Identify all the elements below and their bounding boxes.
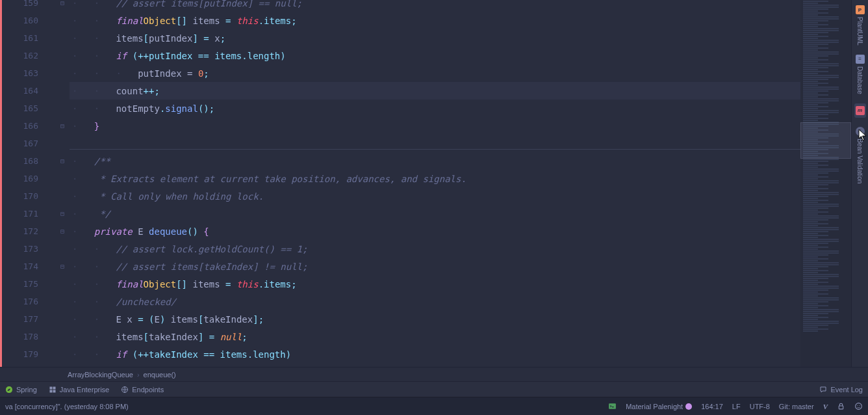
breadcrumb-bar[interactable]: ArrayBlockingQueue › enqueue()	[0, 367, 868, 381]
line-number[interactable]: 165	[23, 100, 38, 117]
minimap-line	[803, 120, 818, 121]
theme-dot-icon	[685, 403, 692, 410]
code-line[interactable]: · · // assert items[putIndex] == null;	[70, 0, 800, 12]
line-number[interactable]: 169	[23, 170, 38, 187]
code-line[interactable]: · · notEmpty.signal();	[70, 100, 800, 117]
fold-toggle-icon[interactable]: ⊟	[60, 122, 64, 129]
line-number[interactable]: 170	[23, 187, 38, 205]
line-number[interactable]: 175	[23, 275, 38, 293]
minimap-line	[803, 219, 828, 221]
minimap-line	[803, 188, 828, 189]
minimap-line	[803, 272, 818, 273]
tool-plantuml[interactable]: P PlantUML	[856, 5, 865, 46]
tool-database-label: Database	[856, 66, 863, 94]
line-number[interactable]: 171	[23, 205, 38, 222]
code-line[interactable]: · · // assert items[takeIndex] != null;	[70, 258, 800, 275]
tool-endpoints[interactable]: Endpoints	[121, 386, 164, 394]
minimap-line	[803, 73, 818, 74]
status-theme[interactable]: Material Palenight	[626, 403, 692, 410]
line-number[interactable]: 163	[23, 64, 38, 82]
grid-icon	[49, 386, 57, 394]
minimap-line	[803, 22, 818, 23]
line-number[interactable]: 178	[23, 328, 38, 345]
tool-event-log[interactable]: Event Log	[819, 386, 863, 394]
line-number[interactable]: 162	[23, 47, 38, 64]
minimap-line	[803, 280, 818, 281]
status-face[interactable]	[854, 402, 863, 410]
code-line[interactable]: · · /unchecked/	[70, 293, 800, 310]
tool-event-log-label: Event Log	[830, 386, 863, 394]
code-line[interactable]: · · E x = (E) items[takeIndex];	[70, 310, 800, 328]
line-number[interactable]: 167	[23, 135, 38, 152]
code-column[interactable]: · · // assert items[putIndex] == null;· …	[70, 0, 800, 367]
code-line[interactable]: · * Call only when holding lock.	[70, 187, 800, 205]
fold-toggle-icon[interactable]: ⊟	[60, 263, 64, 270]
status-v[interactable]: V	[823, 403, 828, 410]
minimap-line	[803, 260, 818, 261]
line-number[interactable]: 174	[23, 258, 38, 275]
tool-java-enterprise[interactable]: Java Enterprise	[49, 386, 109, 394]
tool-spring[interactable]: Spring	[5, 386, 37, 394]
status-line-ending[interactable]: LF	[732, 403, 741, 410]
minimap-line	[803, 315, 818, 316]
code-line[interactable]: · · items[putIndex] = x;	[70, 29, 800, 47]
minimap-line	[803, 254, 828, 256]
line-number[interactable]: 179	[23, 345, 38, 363]
code-line[interactable]: · */	[70, 205, 800, 222]
code-line[interactable]: · · count++;	[70, 82, 800, 100]
minimap-line	[803, 206, 839, 207]
fold-toggle-icon[interactable]: ⊟	[60, 0, 64, 7]
editor-area[interactable]: 1591601611621631641651661671681691701711…	[0, 0, 800, 367]
code-line[interactable]: · · · putIndex = 0;	[70, 64, 800, 82]
line-number[interactable]: 159	[23, 0, 38, 12]
fold-column[interactable]: ⊟⊟⊟⊟⊟⊟	[60, 0, 68, 367]
tool-m[interactable]: m	[854, 103, 866, 118]
minimap-line	[803, 305, 828, 306]
minimap-line	[803, 289, 828, 291]
line-number[interactable]: 168	[23, 152, 38, 170]
status-git[interactable]: Git: master	[779, 403, 814, 410]
code-line[interactable]: · · items[takeIndex] = null;	[70, 328, 800, 345]
code-line[interactable]: · · final Object[] items = this.items;	[70, 275, 800, 293]
breadcrumb-class[interactable]: ArrayBlockingQueue	[68, 371, 133, 379]
fold-toggle-icon[interactable]: ⊟	[60, 157, 64, 165]
minimap-viewport[interactable]	[800, 122, 851, 159]
code-line[interactable]: · /**	[70, 152, 800, 170]
svg-point-9	[860, 405, 860, 406]
status-caret[interactable]: 164:17	[701, 403, 723, 410]
tool-bean-validation[interactable]: ✓ Bean Validation	[856, 127, 865, 183]
line-number[interactable]: 160	[23, 12, 38, 29]
minimap-line	[803, 69, 818, 70]
line-number[interactable]: 161	[23, 29, 38, 47]
minimap-line	[803, 200, 828, 201]
code-line[interactable]: · * Extracts element at current take pos…	[70, 170, 800, 187]
code-line[interactable]: · · if (++putIndex == items.length)	[70, 47, 800, 64]
line-number[interactable]: 166	[23, 117, 38, 135]
fold-toggle-icon[interactable]: ⊟	[60, 210, 64, 217]
minimap-line	[803, 319, 818, 320]
minimap[interactable]	[800, 0, 851, 367]
tool-endpoints-label: Endpoints	[132, 386, 164, 394]
code-line[interactable]: · }	[70, 117, 800, 135]
fold-toggle-icon[interactable]: ⊟	[60, 228, 64, 235]
status-encoding[interactable]: UTF-8	[750, 403, 770, 410]
minimap-line	[803, 24, 828, 25]
minimap-line	[803, 92, 818, 94]
line-number[interactable]: 173	[23, 240, 38, 258]
code-line[interactable]: · · if (++takeIndex == items.length)	[70, 345, 800, 363]
code-line[interactable]: · private E dequeue() {	[70, 222, 800, 240]
code-line[interactable]: · · final Object[] items = this.items;	[70, 12, 800, 29]
breadcrumb-method[interactable]: enqueue()	[144, 371, 176, 379]
status-lock[interactable]	[837, 402, 845, 410]
status-terminal[interactable]	[608, 402, 617, 410]
minimap-line	[803, 182, 839, 183]
tool-database[interactable]: ≡ Database	[856, 55, 865, 94]
minimap-line	[803, 20, 828, 21]
line-number[interactable]: 164	[23, 82, 38, 100]
minimap-line	[803, 180, 839, 181]
line-number[interactable]: 177	[23, 310, 38, 328]
code-line[interactable]: · · // assert lock.getHoldCount() == 1;	[70, 240, 800, 258]
minimap-line	[803, 231, 828, 232]
line-number[interactable]: 172	[23, 222, 38, 240]
line-number[interactable]: 176	[23, 293, 38, 310]
